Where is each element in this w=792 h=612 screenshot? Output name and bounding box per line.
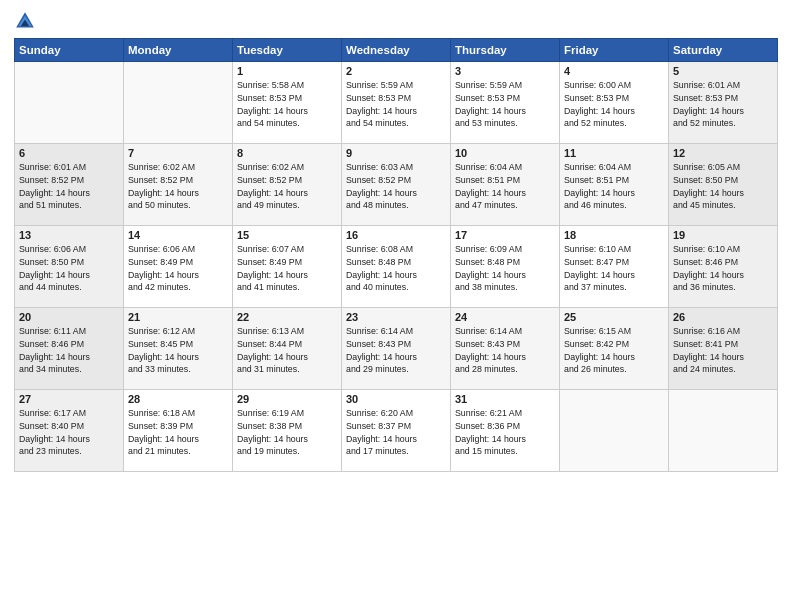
calendar-cell: 20Sunrise: 6:11 AM Sunset: 8:46 PM Dayli… [15,308,124,390]
week-row-1: 1Sunrise: 5:58 AM Sunset: 8:53 PM Daylig… [15,62,778,144]
day-info: Sunrise: 6:03 AM Sunset: 8:52 PM Dayligh… [346,161,446,212]
calendar-cell: 4Sunrise: 6:00 AM Sunset: 8:53 PM Daylig… [560,62,669,144]
day-info: Sunrise: 6:21 AM Sunset: 8:36 PM Dayligh… [455,407,555,458]
day-info: Sunrise: 6:17 AM Sunset: 8:40 PM Dayligh… [19,407,119,458]
calendar-cell: 23Sunrise: 6:14 AM Sunset: 8:43 PM Dayli… [342,308,451,390]
day-info: Sunrise: 6:07 AM Sunset: 8:49 PM Dayligh… [237,243,337,294]
calendar-cell: 27Sunrise: 6:17 AM Sunset: 8:40 PM Dayli… [15,390,124,472]
day-number: 15 [237,229,337,241]
day-info: Sunrise: 6:10 AM Sunset: 8:46 PM Dayligh… [673,243,773,294]
calendar-cell: 22Sunrise: 6:13 AM Sunset: 8:44 PM Dayli… [233,308,342,390]
weekday-friday: Friday [560,39,669,62]
day-number: 25 [564,311,664,323]
day-number: 23 [346,311,446,323]
calendar-cell: 21Sunrise: 6:12 AM Sunset: 8:45 PM Dayli… [124,308,233,390]
calendar-cell: 6Sunrise: 6:01 AM Sunset: 8:52 PM Daylig… [15,144,124,226]
day-number: 2 [346,65,446,77]
calendar-cell [124,62,233,144]
day-number: 9 [346,147,446,159]
calendar-cell: 31Sunrise: 6:21 AM Sunset: 8:36 PM Dayli… [451,390,560,472]
day-info: Sunrise: 6:16 AM Sunset: 8:41 PM Dayligh… [673,325,773,376]
day-number: 21 [128,311,228,323]
calendar-cell [669,390,778,472]
calendar-cell: 26Sunrise: 6:16 AM Sunset: 8:41 PM Dayli… [669,308,778,390]
calendar-cell: 28Sunrise: 6:18 AM Sunset: 8:39 PM Dayli… [124,390,233,472]
day-info: Sunrise: 6:06 AM Sunset: 8:49 PM Dayligh… [128,243,228,294]
calendar-cell [15,62,124,144]
calendar-cell: 11Sunrise: 6:04 AM Sunset: 8:51 PM Dayli… [560,144,669,226]
weekday-saturday: Saturday [669,39,778,62]
day-number: 8 [237,147,337,159]
calendar-cell: 14Sunrise: 6:06 AM Sunset: 8:49 PM Dayli… [124,226,233,308]
calendar-cell: 25Sunrise: 6:15 AM Sunset: 8:42 PM Dayli… [560,308,669,390]
calendar-cell: 1Sunrise: 5:58 AM Sunset: 8:53 PM Daylig… [233,62,342,144]
calendar-cell: 15Sunrise: 6:07 AM Sunset: 8:49 PM Dayli… [233,226,342,308]
day-info: Sunrise: 5:59 AM Sunset: 8:53 PM Dayligh… [455,79,555,130]
day-number: 13 [19,229,119,241]
day-info: Sunrise: 6:02 AM Sunset: 8:52 PM Dayligh… [237,161,337,212]
day-number: 10 [455,147,555,159]
calendar-cell: 7Sunrise: 6:02 AM Sunset: 8:52 PM Daylig… [124,144,233,226]
calendar-table: SundayMondayTuesdayWednesdayThursdayFrid… [14,38,778,472]
weekday-wednesday: Wednesday [342,39,451,62]
day-number: 30 [346,393,446,405]
calendar-cell: 18Sunrise: 6:10 AM Sunset: 8:47 PM Dayli… [560,226,669,308]
day-number: 22 [237,311,337,323]
day-number: 5 [673,65,773,77]
logo-icon [14,10,36,32]
calendar-cell: 2Sunrise: 5:59 AM Sunset: 8:53 PM Daylig… [342,62,451,144]
day-info: Sunrise: 6:18 AM Sunset: 8:39 PM Dayligh… [128,407,228,458]
day-info: Sunrise: 6:11 AM Sunset: 8:46 PM Dayligh… [19,325,119,376]
calendar-cell: 3Sunrise: 5:59 AM Sunset: 8:53 PM Daylig… [451,62,560,144]
day-info: Sunrise: 6:09 AM Sunset: 8:48 PM Dayligh… [455,243,555,294]
calendar-cell [560,390,669,472]
calendar-cell: 9Sunrise: 6:03 AM Sunset: 8:52 PM Daylig… [342,144,451,226]
day-info: Sunrise: 6:01 AM Sunset: 8:52 PM Dayligh… [19,161,119,212]
day-number: 11 [564,147,664,159]
day-number: 26 [673,311,773,323]
day-info: Sunrise: 6:02 AM Sunset: 8:52 PM Dayligh… [128,161,228,212]
weekday-header-row: SundayMondayTuesdayWednesdayThursdayFrid… [15,39,778,62]
week-row-2: 6Sunrise: 6:01 AM Sunset: 8:52 PM Daylig… [15,144,778,226]
logo [14,10,40,32]
day-info: Sunrise: 5:58 AM Sunset: 8:53 PM Dayligh… [237,79,337,130]
calendar-cell: 13Sunrise: 6:06 AM Sunset: 8:50 PM Dayli… [15,226,124,308]
week-row-3: 13Sunrise: 6:06 AM Sunset: 8:50 PM Dayli… [15,226,778,308]
day-info: Sunrise: 6:19 AM Sunset: 8:38 PM Dayligh… [237,407,337,458]
weekday-tuesday: Tuesday [233,39,342,62]
day-number: 17 [455,229,555,241]
day-info: Sunrise: 6:14 AM Sunset: 8:43 PM Dayligh… [346,325,446,376]
week-row-4: 20Sunrise: 6:11 AM Sunset: 8:46 PM Dayli… [15,308,778,390]
page: SundayMondayTuesdayWednesdayThursdayFrid… [0,0,792,612]
calendar-cell: 10Sunrise: 6:04 AM Sunset: 8:51 PM Dayli… [451,144,560,226]
day-info: Sunrise: 6:08 AM Sunset: 8:48 PM Dayligh… [346,243,446,294]
day-number: 7 [128,147,228,159]
day-number: 14 [128,229,228,241]
day-number: 27 [19,393,119,405]
calendar-cell: 19Sunrise: 6:10 AM Sunset: 8:46 PM Dayli… [669,226,778,308]
weekday-thursday: Thursday [451,39,560,62]
day-number: 12 [673,147,773,159]
header [14,10,778,32]
day-info: Sunrise: 6:04 AM Sunset: 8:51 PM Dayligh… [564,161,664,212]
week-row-5: 27Sunrise: 6:17 AM Sunset: 8:40 PM Dayli… [15,390,778,472]
day-number: 16 [346,229,446,241]
day-number: 31 [455,393,555,405]
day-number: 19 [673,229,773,241]
day-info: Sunrise: 6:20 AM Sunset: 8:37 PM Dayligh… [346,407,446,458]
day-number: 24 [455,311,555,323]
day-number: 1 [237,65,337,77]
calendar-cell: 29Sunrise: 6:19 AM Sunset: 8:38 PM Dayli… [233,390,342,472]
calendar-cell: 17Sunrise: 6:09 AM Sunset: 8:48 PM Dayli… [451,226,560,308]
day-number: 29 [237,393,337,405]
day-info: Sunrise: 6:01 AM Sunset: 8:53 PM Dayligh… [673,79,773,130]
day-number: 4 [564,65,664,77]
day-info: Sunrise: 6:13 AM Sunset: 8:44 PM Dayligh… [237,325,337,376]
calendar-cell: 12Sunrise: 6:05 AM Sunset: 8:50 PM Dayli… [669,144,778,226]
day-number: 20 [19,311,119,323]
weekday-sunday: Sunday [15,39,124,62]
day-number: 18 [564,229,664,241]
calendar-cell: 8Sunrise: 6:02 AM Sunset: 8:52 PM Daylig… [233,144,342,226]
day-info: Sunrise: 6:12 AM Sunset: 8:45 PM Dayligh… [128,325,228,376]
day-info: Sunrise: 6:04 AM Sunset: 8:51 PM Dayligh… [455,161,555,212]
